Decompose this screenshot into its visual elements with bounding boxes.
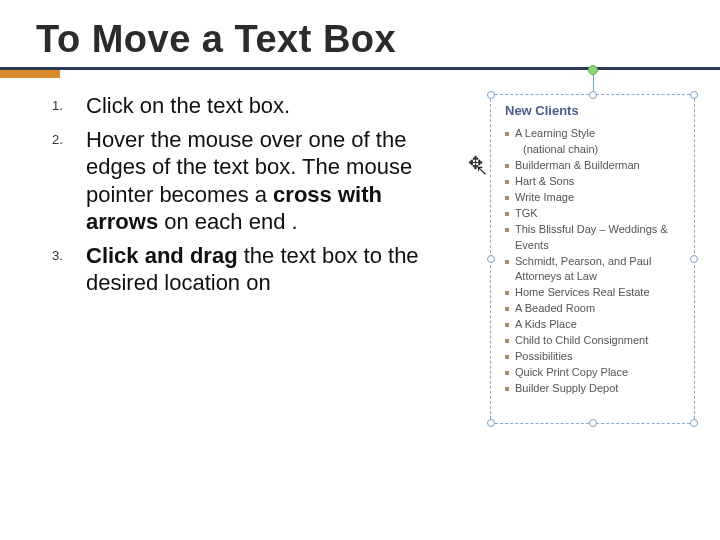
- textbox-list: A Learning Style(national chain) Builder…: [505, 126, 688, 397]
- resize-handle-tl[interactable]: [487, 91, 495, 99]
- step-text: Hover the mouse over one of the edges of…: [86, 126, 440, 236]
- move-cursor-icon: ✥ ↖: [468, 152, 483, 174]
- list-item: Possibilities: [505, 349, 688, 365]
- step-text: Click and drag the text box to the desir…: [86, 242, 440, 297]
- list-item: Write Image: [505, 190, 688, 206]
- instruction-item: 3. Click and drag the text box to the de…: [52, 242, 440, 297]
- content-area: 1. Click on the text box. 2. Hover the m…: [0, 78, 720, 303]
- resize-handle-ml[interactable]: [487, 255, 495, 263]
- resize-handle-bl[interactable]: [487, 419, 495, 427]
- selected-textbox[interactable]: New Clients A Learning Style(national ch…: [490, 94, 695, 424]
- instruction-list: 1. Click on the text box. 2. Hover the m…: [52, 92, 440, 297]
- list-item: A Kids Place: [505, 317, 688, 333]
- slide-title: To Move a Text Box: [36, 18, 720, 61]
- list-item-sub: (national chain): [515, 142, 688, 158]
- illustration-column: ✥ ↖ New Clients A Learning Style(nationa…: [440, 92, 708, 303]
- rotate-stem: [593, 73, 594, 91]
- list-item: Home Services Real Estate: [505, 285, 688, 301]
- textbox-content: New Clients A Learning Style(national ch…: [491, 95, 694, 403]
- resize-handle-mb[interactable]: [589, 419, 597, 427]
- list-item: TGK: [505, 206, 688, 222]
- step-number: 1.: [52, 92, 86, 120]
- list-item: Builder Supply Depot: [505, 381, 688, 397]
- divider-line-bottom-wrap: [0, 70, 720, 78]
- resize-handle-mr[interactable]: [690, 255, 698, 263]
- list-item: A Learning Style(national chain): [505, 126, 688, 158]
- instruction-item: 2. Hover the mouse over one of the edges…: [52, 126, 440, 236]
- list-item: This Blissful Day – Weddings & Events: [505, 222, 688, 254]
- list-item: Hart & Sons: [505, 174, 688, 190]
- step-number: 2.: [52, 126, 86, 236]
- instruction-item: 1. Click on the text box.: [52, 92, 440, 120]
- rotate-handle-icon[interactable]: [588, 65, 598, 75]
- list-item: Child to Child Consignment: [505, 333, 688, 349]
- slide: To Move a Text Box 1. Click on the text …: [0, 0, 720, 540]
- resize-handle-tr[interactable]: [690, 91, 698, 99]
- list-item: Quick Print Copy Place: [505, 365, 688, 381]
- list-item: Builderman & Builderman: [505, 158, 688, 174]
- list-item: A Beaded Room: [505, 301, 688, 317]
- textbox-heading: New Clients: [505, 103, 688, 118]
- divider-accent: [0, 70, 60, 78]
- divider: [0, 67, 720, 78]
- list-item: Schmidt, Pearson, and Paul Attorneys at …: [505, 254, 688, 286]
- resize-handle-mt[interactable]: [589, 91, 597, 99]
- instructions-column: 1. Click on the text box. 2. Hover the m…: [52, 92, 440, 303]
- resize-handle-br[interactable]: [690, 419, 698, 427]
- step-number: 3.: [52, 242, 86, 297]
- arrow-cursor-icon: ↖: [476, 162, 488, 178]
- title-area: To Move a Text Box: [0, 0, 720, 61]
- step-text: Click on the text box.: [86, 92, 290, 120]
